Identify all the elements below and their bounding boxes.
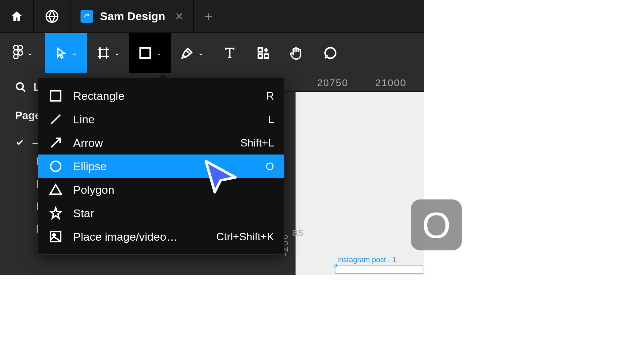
polygon-icon (48, 182, 63, 197)
figma-logo-icon (13, 45, 23, 61)
menu-item-ellipse[interactable]: Ellipse O (38, 155, 284, 178)
chevron-down-icon: ⌄ (114, 49, 120, 57)
svg-point-10 (53, 234, 55, 236)
ruler-horizontal: 20750 21000 (277, 73, 424, 92)
svg-rect-4 (258, 54, 262, 58)
search-icon (15, 81, 26, 93)
frame-icon (97, 46, 110, 60)
chevron-down-icon: ⌄ (156, 49, 162, 57)
text-tool-button[interactable] (213, 33, 247, 73)
selected-frame[interactable] (335, 265, 423, 274)
ruler-tick-label: 21000 (375, 77, 406, 88)
rectangle-icon (48, 88, 63, 103)
move-icon (55, 46, 67, 60)
file-name: Sam Design (100, 10, 165, 23)
frame-label[interactable]: Instagram post - 1 (337, 255, 396, 264)
key-char: O (422, 204, 451, 246)
menu-item-label: Star (73, 207, 264, 220)
menu-item-label: Arrow (73, 136, 230, 149)
menu-item-label: Place image/video… (73, 230, 206, 243)
close-tab-button[interactable]: × (175, 9, 183, 24)
tab-bar: Sam Design × + (0, 0, 424, 33)
menu-item-label: Line (73, 113, 258, 126)
pen-icon (180, 46, 194, 60)
menu-item-shortcut: Shift+L (240, 137, 274, 149)
svg-rect-2 (140, 48, 150, 58)
file-tab[interactable]: Sam Design × (70, 0, 194, 33)
resources-tool-button[interactable] (247, 33, 280, 73)
menu-item-arrow[interactable]: Arrow Shift+L (38, 131, 284, 155)
frame-tool-button[interactable]: ⌄ (87, 33, 129, 73)
star-icon (48, 206, 63, 221)
svg-rect-5 (264, 54, 268, 58)
svg-rect-3 (258, 48, 262, 52)
toolbar: ⌄ ⌄ ⌄ ⌄ ⌄ (0, 33, 424, 73)
menu-item-place-image[interactable]: Place image/video… Ctrl+Shift+K (38, 225, 284, 248)
ellipse-icon (48, 159, 63, 174)
menu-item-rectangle[interactable]: Rectangle R (38, 84, 284, 108)
menu-item-label: Rectangle (73, 89, 256, 103)
svg-point-8 (51, 161, 61, 171)
new-tab-button[interactable]: + (194, 0, 224, 33)
home-icon (10, 10, 23, 23)
chevron-down-icon: ⌄ (198, 49, 204, 57)
file-icon (80, 10, 93, 23)
resources-icon (257, 46, 270, 60)
menu-item-shortcut: R (266, 90, 274, 102)
menu-item-shortcut: L (268, 113, 274, 126)
svg-point-1 (18, 51, 22, 55)
image-icon (48, 229, 63, 244)
chevron-down-icon: ⌄ (71, 49, 77, 57)
menu-item-label: Polygon (73, 183, 264, 196)
menu-item-label: Ellipse (73, 160, 256, 173)
canvas[interactable]: 20750 21000 -250 as (277, 73, 424, 275)
chevron-down-icon: ⌄ (27, 49, 33, 57)
menu-item-star[interactable]: Star (38, 201, 284, 225)
line-icon (48, 112, 63, 127)
pen-tool-button[interactable]: ⌄ (171, 33, 213, 73)
move-tool-button[interactable]: ⌄ (45, 33, 87, 73)
home-tab[interactable] (0, 0, 34, 33)
globe-icon (45, 9, 59, 23)
shape-tool-button[interactable]: ⌄ (129, 33, 171, 73)
shape-tool-menu: Rectangle R Line L Arrow Shift+L Ellipse… (38, 78, 284, 255)
keypress-indicator: O (411, 199, 462, 250)
svg-point-6 (16, 83, 23, 89)
resize-handle[interactable] (334, 264, 337, 267)
canvas-object-label: as (292, 226, 304, 238)
canvas-viewport[interactable]: as (296, 92, 424, 275)
comment-icon (323, 46, 337, 60)
hand-icon (289, 46, 304, 60)
main-menu-button[interactable]: ⌄ (0, 33, 45, 73)
rectangle-icon (139, 46, 152, 60)
menu-item-polygon[interactable]: Polygon (38, 178, 284, 201)
check-icon (15, 138, 24, 146)
menu-item-shortcut: O (266, 160, 274, 173)
hand-tool-button[interactable] (280, 33, 314, 73)
comment-tool-button[interactable] (314, 33, 347, 73)
arrow-icon (48, 135, 63, 150)
menu-item-line[interactable]: Line L (38, 108, 284, 131)
community-tab[interactable] (34, 0, 70, 33)
ruler-tick-label: 20750 (317, 77, 348, 88)
menu-item-shortcut: Ctrl+Shift+K (216, 231, 274, 243)
text-icon (223, 46, 236, 60)
svg-rect-7 (51, 91, 61, 101)
